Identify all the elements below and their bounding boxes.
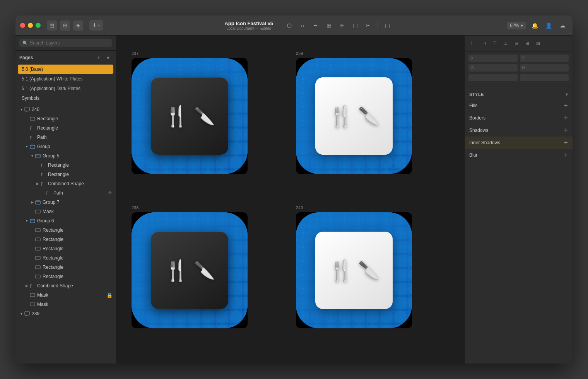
h-field[interactable]: H	[520, 64, 569, 72]
w-field[interactable]: W	[468, 64, 518, 72]
layer-item[interactable]: Rectangle	[16, 244, 115, 253]
close-button[interactable]	[20, 23, 25, 28]
align-bottom-icon[interactable]: ⊠	[533, 39, 543, 48]
layer-item[interactable]: Mask 🔒	[16, 290, 115, 300]
x-field[interactable]: X	[468, 55, 518, 62]
layer-item[interactable]: Rectangle	[16, 263, 115, 272]
rotation-field[interactable]: °	[468, 74, 518, 81]
layer-item[interactable]: ▾ Group 5	[16, 151, 115, 160]
page-item-base[interactable]: 5.0 (Base)	[18, 65, 113, 74]
collaboration-icon[interactable]: 👤	[543, 20, 554, 31]
app-icon-240: 🍴 🔪	[296, 212, 412, 328]
knife-icon: 🔪	[194, 262, 215, 279]
mask-tool-btn[interactable]: ⬡	[284, 20, 295, 31]
align-top-icon[interactable]: ⊟	[512, 39, 521, 48]
layer-type-icon	[29, 218, 36, 224]
artboard-238: 238	[132, 205, 284, 348]
layer-item[interactable]: Rectangle	[16, 123, 115, 133]
layer-item[interactable]: Rectangle	[16, 235, 115, 244]
layer-name: Mask	[37, 302, 113, 307]
layer-item[interactable]: Rectangle	[16, 253, 115, 263]
artboard-frame-240[interactable]: 🍴 🔪	[296, 212, 412, 328]
layer-item[interactable]: ▶ Group 7	[16, 198, 115, 207]
layer-type-icon	[35, 236, 41, 242]
components-button[interactable]: ◈	[73, 20, 83, 31]
distribute-h-icon[interactable]: ⊥	[501, 39, 510, 48]
shadows-row[interactable]: Shadows +	[465, 124, 573, 137]
search-input-wrap: 🔍	[19, 39, 112, 47]
layer-type-icon	[35, 246, 41, 252]
layer-item[interactable]: Rectangle	[16, 160, 115, 170]
layer-name: Rectangle	[43, 255, 113, 261]
align-right-icon[interactable]: ⊤	[490, 39, 499, 48]
pages-header: Pages + ▾	[15, 51, 116, 64]
layer-item[interactable]: Rectangle	[16, 170, 115, 179]
layer-item[interactable]: Mask	[16, 300, 115, 309]
artboard-tool-btn[interactable]: ⬚	[382, 20, 393, 31]
layer-item[interactable]: ▾ Group	[16, 142, 115, 151]
layer-item[interactable]: ▾ 240	[16, 105, 115, 114]
layer-item[interactable]: Rectangle	[16, 114, 115, 123]
add-shadow-button[interactable]: +	[564, 127, 568, 134]
borders-row[interactable]: Borders +	[465, 112, 573, 124]
add-page-button[interactable]: +	[95, 54, 103, 61]
zoom-chevron-icon: ▾	[521, 23, 523, 28]
layer-type-icon	[46, 190, 52, 196]
layer-item[interactable]: Path	[16, 133, 115, 142]
inner-shadows-row[interactable]: Inner Shadows +	[465, 137, 573, 149]
artboard-frame-237[interactable]: 🍴 🔪	[132, 58, 248, 174]
add-fill-button[interactable]: +	[564, 102, 568, 109]
add-inner-shadow-button[interactable]: +	[564, 139, 568, 146]
search-bar: 🔍	[15, 36, 116, 51]
layer-name: 240	[32, 107, 113, 112]
image-tool-btn[interactable]: ⊞	[323, 20, 334, 31]
layer-type-icon	[40, 181, 46, 187]
cloud-icon[interactable]: ☁	[557, 20, 568, 31]
grid-view-button[interactable]: ⊞	[60, 20, 70, 31]
layer-item[interactable]: ▶ Combined Shape	[16, 281, 115, 290]
page-item-dark[interactable]: 5.1 (Application) Dark Plates	[18, 84, 113, 93]
visibility-icon[interactable]: 👁	[108, 190, 113, 196]
layer-item[interactable]: Mask	[16, 207, 115, 216]
layer-item[interactable]: Rectangle	[16, 225, 115, 235]
y-field[interactable]: Y	[520, 55, 569, 62]
scale-field[interactable]: ↕	[520, 74, 569, 81]
svg-rect-7	[36, 229, 40, 232]
layer-item[interactable]: ▾ Group 6	[16, 216, 115, 225]
artboard-frame-238[interactable]: 🍴 🔪	[132, 212, 248, 328]
style-menu-icon[interactable]: ▾	[566, 92, 568, 97]
page-item-symbols[interactable]: Symbols	[18, 94, 113, 103]
circle-tool-btn[interactable]: ○	[297, 20, 308, 31]
fills-row[interactable]: Fills +	[465, 99, 573, 112]
pen-tool-btn[interactable]: ✒	[310, 20, 321, 31]
blur-row[interactable]: Blur +	[465, 149, 573, 161]
select-tool-btn[interactable]: ⬚	[350, 20, 361, 31]
pages-menu-button[interactable]: ▾	[104, 54, 112, 61]
layer-item[interactable]: Path 👁	[16, 188, 115, 198]
page-item-white[interactable]: 5.1 (Application) White Plates	[18, 74, 113, 84]
blur-label: Blur	[469, 152, 477, 158]
layer-name: Rectangle	[43, 265, 113, 270]
scissor-tool-btn[interactable]: ✂	[363, 20, 374, 31]
add-layer-button[interactable]: + ▾	[89, 20, 103, 31]
zoom-control[interactable]: 62% ▾	[507, 22, 526, 29]
panel-toggle-button[interactable]: ▤	[47, 20, 57, 31]
app-window: ▤ ⊞ ◈ + ▾ App Icon Fastival v5 Local Doc…	[15, 15, 573, 364]
layer-item[interactable]: ▾ 239	[16, 309, 115, 318]
layer-item[interactable]: Rectangle	[16, 272, 115, 281]
align-center-h-icon[interactable]: ⊣	[479, 39, 489, 48]
canvas-area[interactable]: 237	[116, 36, 464, 364]
layer-item[interactable]: ▶ Combined Shape	[16, 179, 115, 188]
star-tool-btn[interactable]: ✳	[337, 20, 347, 31]
fullscreen-button[interactable]	[36, 23, 41, 28]
align-left-icon[interactable]: ⊢	[468, 39, 478, 48]
notification-icon[interactable]: 🔔	[529, 20, 540, 31]
add-blur-button[interactable]: +	[564, 152, 568, 159]
artboard-frame-239[interactable]: 🍴 🔪	[296, 58, 412, 174]
add-border-button[interactable]: +	[564, 114, 568, 121]
layer-name: Rectangle	[37, 125, 113, 131]
inspector-toolbar: ⊢ ⊣ ⊤ ⊥ ⊟ ⊞ ⊠	[465, 36, 573, 51]
align-middle-v-icon[interactable]: ⊞	[523, 39, 532, 48]
minimize-button[interactable]	[28, 23, 33, 28]
search-input[interactable]	[30, 40, 109, 46]
